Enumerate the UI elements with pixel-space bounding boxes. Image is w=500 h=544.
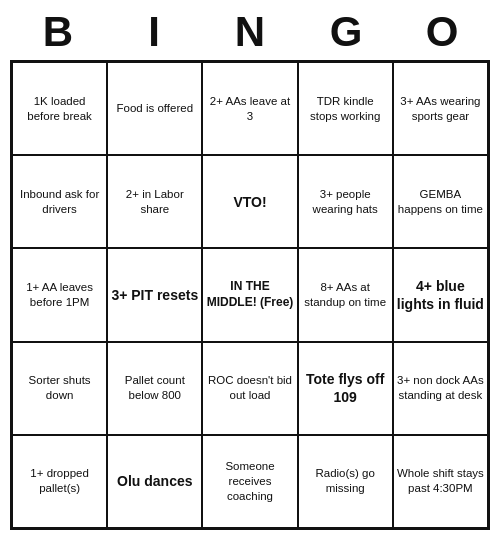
bingo-cell-3[interactable]: TDR kindle stops working bbox=[298, 62, 393, 155]
bingo-cell-21[interactable]: Olu dances bbox=[107, 435, 202, 528]
bingo-grid: 1K loaded before breakFood is offered2+ … bbox=[10, 60, 490, 530]
bingo-header: BINGO bbox=[10, 0, 490, 60]
bingo-cell-5[interactable]: Inbound ask for drivers bbox=[12, 155, 107, 248]
bingo-cell-17[interactable]: ROC doesn't bid out load bbox=[202, 342, 297, 435]
bingo-cell-14[interactable]: 4+ blue lights in fluid bbox=[393, 248, 488, 341]
bingo-cell-0[interactable]: 1K loaded before break bbox=[12, 62, 107, 155]
bingo-cell-4[interactable]: 3+ AAs wearing sports gear bbox=[393, 62, 488, 155]
bingo-letter-n: N bbox=[210, 8, 290, 56]
bingo-letter-b: B bbox=[18, 8, 98, 56]
bingo-cell-12[interactable]: IN THE MIDDLE! (Free) bbox=[202, 248, 297, 341]
bingo-cell-2[interactable]: 2+ AAs leave at 3 bbox=[202, 62, 297, 155]
bingo-cell-16[interactable]: Pallet count below 800 bbox=[107, 342, 202, 435]
bingo-letter-g: G bbox=[306, 8, 386, 56]
bingo-cell-7[interactable]: VTO! bbox=[202, 155, 297, 248]
bingo-cell-20[interactable]: 1+ dropped pallet(s) bbox=[12, 435, 107, 528]
bingo-cell-9[interactable]: GEMBA happens on time bbox=[393, 155, 488, 248]
bingo-cell-11[interactable]: 3+ PIT resets bbox=[107, 248, 202, 341]
bingo-cell-22[interactable]: Someone receives coaching bbox=[202, 435, 297, 528]
bingo-letter-o: O bbox=[402, 8, 482, 56]
bingo-cell-13[interactable]: 8+ AAs at standup on time bbox=[298, 248, 393, 341]
bingo-cell-19[interactable]: 3+ non dock AAs standing at desk bbox=[393, 342, 488, 435]
bingo-cell-8[interactable]: 3+ people wearing hats bbox=[298, 155, 393, 248]
bingo-cell-6[interactable]: 2+ in Labor share bbox=[107, 155, 202, 248]
bingo-cell-24[interactable]: Whole shift stays past 4:30PM bbox=[393, 435, 488, 528]
bingo-cell-18[interactable]: Tote flys off 109 bbox=[298, 342, 393, 435]
bingo-letter-i: I bbox=[114, 8, 194, 56]
bingo-cell-1[interactable]: Food is offered bbox=[107, 62, 202, 155]
bingo-cell-15[interactable]: Sorter shuts down bbox=[12, 342, 107, 435]
bingo-cell-23[interactable]: Radio(s) go missing bbox=[298, 435, 393, 528]
bingo-cell-10[interactable]: 1+ AA leaves before 1PM bbox=[12, 248, 107, 341]
